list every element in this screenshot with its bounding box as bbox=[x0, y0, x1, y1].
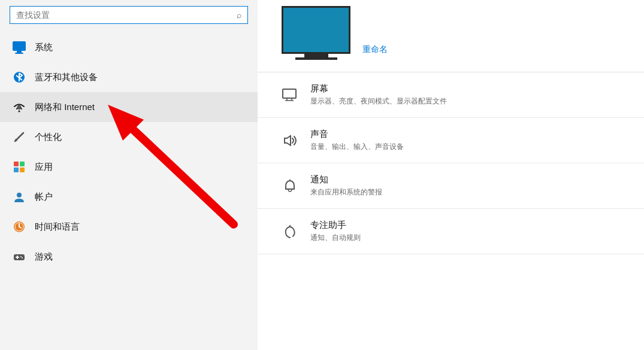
rename-link[interactable]: 重命名 bbox=[362, 44, 388, 55]
sidebar-item-network[interactable]: 网络和 Internet bbox=[0, 92, 258, 122]
content-area: 重命名 屏幕 显示器、亮度、夜间模式、显示器配置文件 bbox=[258, 0, 644, 350]
sidebar-item-accounts[interactable]: 帐户 bbox=[0, 182, 258, 212]
apps-icon bbox=[12, 160, 26, 174]
monitor-container bbox=[282, 6, 350, 60]
display-icon bbox=[282, 87, 298, 104]
settings-item-sound[interactable]: 声音 音量、输出、输入、声音设备 bbox=[258, 118, 644, 163]
svg-rect-7 bbox=[14, 162, 19, 166]
sidebar-label-apps: 应用 bbox=[35, 162, 53, 173]
svg-rect-1 bbox=[17, 51, 22, 53]
sidebar-item-time[interactable]: 时间和语言 bbox=[0, 212, 258, 242]
sound-icon bbox=[282, 132, 298, 149]
sidebar: ⌕ 系统 蓝牙和其他设备 bbox=[0, 0, 258, 350]
svg-rect-9 bbox=[14, 168, 19, 172]
settings-text-sound: 声音 音量、输出、输入、声音设备 bbox=[310, 129, 404, 152]
sidebar-label-time: 时间和语言 bbox=[35, 221, 80, 233]
svg-rect-2 bbox=[15, 53, 23, 54]
svg-point-19 bbox=[20, 256, 22, 257]
search-input[interactable] bbox=[16, 10, 237, 20]
svg-point-6 bbox=[15, 139, 17, 141]
svg-rect-10 bbox=[20, 168, 25, 172]
settings-text-display: 屏幕 显示器、亮度、夜间模式、显示器配置文件 bbox=[310, 83, 447, 106]
settings-list: 屏幕 显示器、亮度、夜间模式、显示器配置文件 声音 音量、输出、输入、声音设备 bbox=[258, 72, 644, 350]
gaming-icon bbox=[12, 249, 26, 264]
sidebar-label-accounts: 帐户 bbox=[35, 191, 53, 203]
monitor-display bbox=[282, 6, 350, 54]
svg-rect-0 bbox=[13, 42, 25, 50]
monitor-preview: 重命名 bbox=[258, 0, 644, 72]
settings-text-notifications: 通知 来自应用和系统的警报 bbox=[310, 174, 382, 197]
focus-desc: 通知、自动规则 bbox=[310, 233, 361, 243]
personalize-icon bbox=[12, 130, 26, 144]
svg-point-11 bbox=[17, 193, 22, 197]
svg-rect-21 bbox=[283, 89, 296, 98]
display-desc: 显示器、亮度、夜间模式、显示器配置文件 bbox=[310, 96, 447, 106]
notifications-icon bbox=[282, 178, 298, 194]
search-box[interactable]: ⌕ bbox=[10, 6, 248, 24]
display-title: 屏幕 bbox=[310, 83, 447, 95]
sound-desc: 音量、输出、输入、声音设备 bbox=[310, 142, 404, 152]
system-icon bbox=[12, 40, 26, 54]
sidebar-item-personalize[interactable]: 个性化 bbox=[0, 122, 258, 152]
focus-icon bbox=[282, 223, 298, 240]
svg-point-20 bbox=[22, 257, 23, 258]
sidebar-item-gaming[interactable]: 游戏 bbox=[0, 242, 258, 272]
sound-title: 声音 bbox=[310, 129, 404, 140]
time-icon bbox=[12, 220, 26, 234]
settings-item-notifications[interactable]: 通知 来自应用和系统的警报 bbox=[258, 163, 644, 209]
search-icon: ⌕ bbox=[237, 10, 241, 20]
sidebar-item-bluetooth[interactable]: 蓝牙和其他设备 bbox=[0, 62, 258, 92]
settings-item-display[interactable]: 屏幕 显示器、亮度、夜间模式、显示器配置文件 bbox=[258, 72, 644, 118]
focus-title: 专注助手 bbox=[310, 220, 361, 231]
notifications-desc: 来自应用和系统的警报 bbox=[310, 187, 382, 197]
accounts-icon bbox=[12, 190, 26, 204]
sidebar-label-personalize: 个性化 bbox=[35, 132, 62, 143]
notifications-title: 通知 bbox=[310, 174, 382, 185]
sidebar-label-bluetooth: 蓝牙和其他设备 bbox=[35, 72, 98, 83]
sidebar-label-gaming: 游戏 bbox=[35, 251, 53, 263]
sidebar-label-system: 系统 bbox=[35, 42, 53, 53]
network-icon bbox=[12, 100, 26, 114]
monitor-stand-base bbox=[295, 57, 337, 60]
svg-rect-8 bbox=[20, 162, 25, 166]
svg-marker-25 bbox=[285, 136, 291, 145]
sidebar-item-apps[interactable]: 应用 bbox=[0, 152, 258, 182]
bluetooth-icon bbox=[12, 70, 26, 84]
settings-text-focus: 专注助手 通知、自动规则 bbox=[310, 220, 361, 243]
sidebar-label-network: 网络和 Internet bbox=[35, 102, 95, 113]
settings-item-focus[interactable]: 专注助手 通知、自动规则 bbox=[258, 209, 644, 254]
sidebar-item-system[interactable]: 系统 bbox=[0, 32, 258, 62]
